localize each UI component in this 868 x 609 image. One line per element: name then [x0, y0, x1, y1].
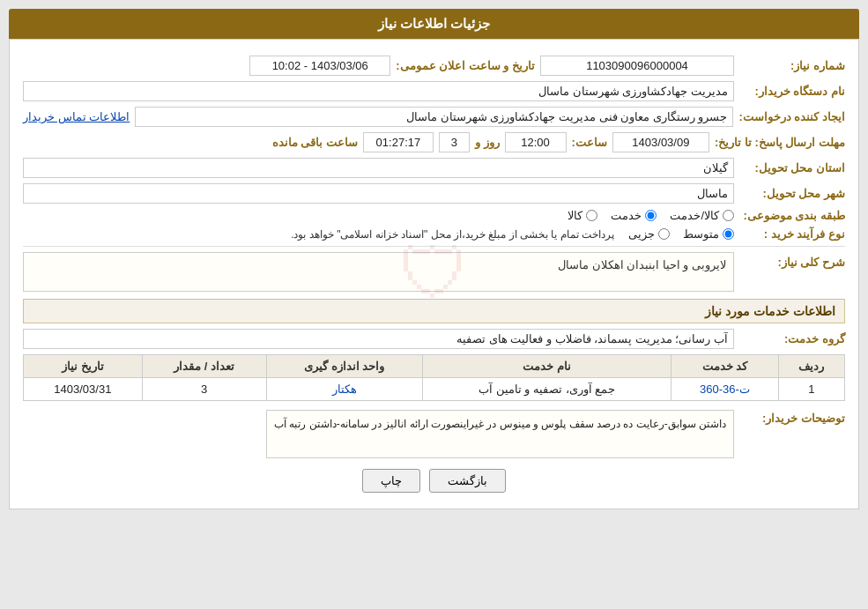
purchase-note: پرداخت تمام یا بخشی از مبلغ خرید،از محل …: [291, 228, 614, 241]
cell-qty: 3: [142, 378, 266, 401]
table-row: 1 ت-36-360 جمع آوری، تصفیه و تامین آب هک…: [24, 378, 845, 401]
deadline-days-label: روز و: [475, 136, 500, 149]
deadline-remaining-label: ساعت باقی مانده: [272, 136, 358, 149]
date-label: تاریخ و ساعت اعلان عمومی:: [396, 59, 535, 72]
number-label: شماره نیاز:: [739, 59, 845, 72]
deadline-date: 1403/03/09: [612, 132, 709, 152]
services-section-title: اطلاعات خدمات مورد نیاز: [23, 299, 845, 323]
col-code: کد خدمت: [671, 355, 778, 378]
cell-date: 1403/03/31: [24, 378, 143, 401]
service-group-value: آب رسانی؛ مدیریت پسماند، فاضلاب و فعالیت…: [23, 329, 734, 349]
province-label: استان محل تحویل:: [739, 161, 845, 175]
purchase-option-jozi[interactable]: جزیی: [628, 227, 670, 241]
category-option-kala-khadmat[interactable]: کالا/خدمت: [670, 209, 734, 222]
deadline-days: 3: [439, 132, 470, 152]
buyer-notes: داشتن سوابق-رعایت ده درصد سقف پلوس و مین…: [266, 410, 734, 458]
buyer-value: مدیریت جهادکشاورزی شهرستان ماسال: [23, 81, 734, 101]
cell-name: جمع آوری، تصفیه و تامین آب: [423, 378, 671, 401]
page-title: جزئیات اطلاعات نیاز: [378, 16, 490, 31]
deadline-time: 12:00: [505, 132, 567, 152]
city-value: ماسال: [23, 183, 734, 204]
purchase-radio-group: متوسط جزیی: [628, 227, 734, 241]
col-unit: واحد اندازه گیری: [266, 355, 423, 378]
deadline-time-label: ساعت:: [572, 136, 607, 149]
col-name: نام خدمت: [423, 355, 671, 378]
category-radio-group: کالا/خدمت خدمت کالا: [568, 209, 734, 222]
category-label: طبقه بندی موضوعی:: [739, 209, 845, 222]
cell-code: ت-36-360: [671, 378, 778, 401]
cell-unit: هکتار: [266, 378, 423, 401]
category-option-kala[interactable]: کالا: [568, 209, 597, 222]
deadline-label: مهلت ارسال پاسخ: تا تاریخ:: [715, 136, 845, 149]
services-table: ردیف کد خدمت نام خدمت واحد اندازه گیری ت…: [23, 354, 845, 401]
button-row: بازگشت چاپ: [23, 469, 845, 500]
cell-row: 1: [778, 378, 844, 401]
city-label: شهر محل تحویل:: [739, 187, 845, 200]
province-value: گیلان: [23, 158, 734, 178]
category-option-khadmat[interactable]: خدمت: [611, 209, 657, 222]
creator-label: ایجاد کننده درخواست:: [738, 110, 845, 123]
contact-link[interactable]: اطلاعات تماس خریدار: [23, 110, 130, 123]
buyer-notes-label: توضیحات خریدار:: [739, 408, 845, 425]
col-date: تاریخ نیاز: [24, 355, 143, 378]
description-section-label: شرح کلی نیاز:: [739, 252, 845, 269]
page-header: جزئیات اطلاعات نیاز: [9, 9, 859, 39]
print-button[interactable]: چاپ: [362, 469, 420, 493]
creator-value: جسرو رستگاری معاون فنی مدیریت جهادکشاورز…: [135, 107, 733, 127]
buyer-label: نام دستگاه خریدار:: [739, 85, 845, 98]
description-value: لایروبی و احیا ابنبدان اهکلان ماسال: [23, 252, 734, 292]
deadline-remaining: 01:27:17: [363, 132, 434, 152]
col-qty: تعداد / مقدار: [142, 355, 266, 378]
service-group-label: گروه خدمت:: [739, 332, 845, 345]
purchase-option-motavasset[interactable]: متوسط: [683, 227, 734, 241]
date-value: 1403/03/06 - 10:02: [249, 56, 390, 76]
col-row: ردیف: [778, 355, 844, 378]
purchase-label: نوع فرآیند خرید :: [739, 227, 845, 241]
back-button[interactable]: بازگشت: [429, 469, 506, 493]
number-value: 1103090096000004: [540, 56, 734, 76]
